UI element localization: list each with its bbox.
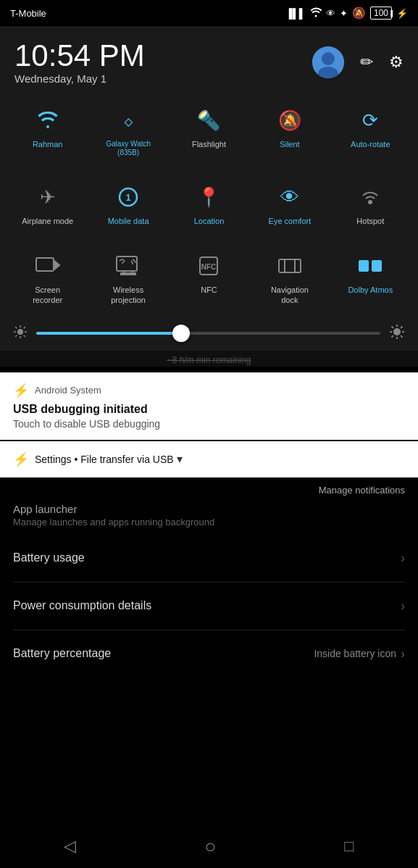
wifi-status-icon: [310, 7, 322, 20]
wifi-qs-label: Rahman: [33, 140, 63, 149]
nfc-qs-label: NFC: [201, 285, 217, 295]
qs-navdock[interactable]: Navigationdock: [249, 242, 330, 312]
manage-notifications-button[interactable]: Manage notifications: [319, 485, 405, 496]
quick-settings-row3: Screenrecorder Wirelessprojection NFC NF…: [0, 238, 418, 316]
mobiledata-qs-icon: 1: [112, 180, 145, 214]
svg-marker-7: [55, 262, 59, 269]
notif-body: Touch to disable USB debugging: [13, 418, 405, 430]
autorotate-qs-label: Auto-rotate: [351, 140, 390, 149]
svg-point-5: [369, 201, 372, 204]
hotspot-qs-label: Hotspot: [356, 217, 384, 226]
nfc-qs-icon: NFC: [192, 249, 225, 283]
svg-line-24: [24, 335, 25, 336]
app-launcher-title: App launcher: [13, 503, 405, 517]
quick-settings-row2: ✈ Airplane mode 1 Mobile data 📍 Location…: [0, 169, 418, 238]
airplane-qs-icon: ✈: [31, 180, 64, 214]
chevron-right-icon-3: ›: [401, 646, 405, 662]
qs-screenrecorder[interactable]: Screenrecorder: [7, 242, 88, 312]
battery-percentage-right: Inside battery icon ›: [314, 646, 405, 662]
notif-header: ⚡ Android System: [13, 383, 405, 398]
dolbyatmos-qs-icon: [354, 249, 387, 283]
avatar[interactable]: [312, 46, 344, 78]
chevron-down-icon: ▾: [177, 453, 183, 465]
qs-wirelessprojection[interactable]: Wirelessprojection: [88, 242, 168, 312]
bluetooth-status-icon: ✦: [340, 8, 348, 19]
brightness-thumb[interactable]: [172, 325, 190, 342]
notification-area: ⚡ Android System USB debugging initiated…: [0, 367, 418, 477]
home-button[interactable]: ○: [204, 835, 216, 858]
bluetooth-qs-icon: ⬦: [112, 104, 145, 137]
qs-flashlight[interactable]: 🔦 Flashlight: [169, 96, 249, 164]
qs-dolbyatmos[interactable]: Dolby Atmos: [330, 242, 411, 312]
qs-eyecomfort[interactable]: 👁 Eye comfort: [249, 173, 330, 233]
svg-rect-13: [279, 259, 301, 272]
usb-settings-icon: ⚡: [13, 451, 29, 467]
recents-button[interactable]: □: [344, 837, 354, 856]
svg-line-32: [392, 326, 393, 327]
qs-autorotate[interactable]: ⟳ Auto-rotate: [330, 96, 411, 164]
qs-silent[interactable]: 🔕 Silent: [249, 96, 330, 164]
svg-line-33: [401, 335, 402, 337]
current-date: Wednesday, May 1: [14, 72, 145, 85]
svg-rect-8: [117, 256, 137, 271]
settings-item-battery-percentage[interactable]: Battery percentage Inside battery icon ›: [13, 630, 405, 677]
screenrecorder-qs-icon: [31, 249, 64, 283]
qs-bluetooth[interactable]: ⬦ Galaxy Watch(835B): [88, 96, 168, 164]
qs-location[interactable]: 📍 Location: [169, 173, 249, 233]
location-qs-icon: 📍: [192, 180, 225, 214]
nav-bar: ◁ ○ □: [0, 825, 418, 868]
notif-card-usb-debug[interactable]: ⚡ Android System USB debugging initiated…: [0, 372, 418, 440]
silent-qs-label: Silent: [280, 140, 300, 149]
notif-usb-row: ⚡ Settings • File transfer via USB ▾: [13, 451, 405, 467]
flashlight-qs-icon: 🔦: [192, 104, 225, 137]
battery-usage-label: Battery usage: [13, 551, 85, 564]
settings-item-power-consumption[interactable]: Power consumption details ›: [13, 583, 405, 630]
chevron-right-icon-2: ›: [401, 598, 405, 614]
svg-text:1: 1: [125, 192, 130, 203]
wirelessprojection-qs-icon: [112, 249, 145, 283]
mobiledata-qs-label: Mobile data: [108, 217, 149, 226]
qs-hotspot[interactable]: Hotspot: [330, 173, 411, 233]
current-time: 10:54 PM: [14, 39, 145, 72]
brightness-fill: [36, 332, 181, 335]
notif-usb-text: Settings • File transfer via USB ▾: [35, 452, 183, 466]
notif-card-usb-settings[interactable]: ⚡ Settings • File transfer via USB ▾: [0, 441, 418, 477]
usb-notif-icon: ⚡: [13, 383, 29, 398]
bell-off-status-icon: 🔕: [352, 7, 366, 20]
qs-nfc[interactable]: NFC NFC: [169, 242, 249, 312]
eyecomfort-qs-icon: 👁: [273, 180, 306, 214]
edit-icon[interactable]: ✏: [360, 53, 373, 72]
signal-icon: ▐▌▌: [285, 8, 306, 19]
battery-usage-right: ›: [401, 551, 405, 566]
battery-status-icon: 100▌: [370, 7, 392, 20]
status-icons: ▐▌▌ 👁 ✦ 🔕 100▌ ⚡: [285, 7, 408, 20]
dolbyatmos-qs-label: Dolby Atmos: [348, 285, 393, 295]
qs-mobiledata[interactable]: 1 Mobile data: [88, 173, 168, 233]
qs-wifi[interactable]: Rahman: [7, 96, 88, 164]
svg-point-18: [17, 329, 23, 335]
settings-icon[interactable]: ⚙: [389, 53, 404, 72]
time-controls: ✏ ⚙: [312, 46, 404, 78]
settings-list: Battery usage › Power consumption detail…: [0, 535, 418, 677]
status-bar: T-Mobile ▐▌▌ 👁 ✦ 🔕 100▌ ⚡: [0, 0, 418, 26]
battery-percentage-label: Battery percentage: [13, 647, 111, 660]
app-launcher-item: App launcher Manage launches and apps ru…: [0, 500, 418, 535]
bluetooth-qs-label: Galaxy Watch(835B): [106, 140, 151, 157]
svg-rect-17: [372, 260, 382, 272]
time-area: 10:54 PM Wednesday, May 1 ✏ ⚙: [0, 26, 418, 92]
time-block: 10:54 PM Wednesday, May 1: [14, 39, 145, 85]
svg-line-34: [401, 326, 402, 327]
qs-airplane[interactable]: ✈ Airplane mode: [7, 173, 88, 233]
chevron-right-icon: ›: [401, 551, 405, 566]
brightness-high-icon: [389, 324, 405, 343]
battery-remaining: ~8 h/m min remaining: [0, 351, 418, 367]
notif-source: Android System: [35, 385, 101, 396]
eye-status-icon: 👁: [326, 8, 335, 19]
svg-rect-6: [36, 258, 54, 271]
back-button[interactable]: ◁: [64, 837, 76, 856]
svg-rect-16: [359, 260, 369, 272]
brightness-slider[interactable]: [36, 332, 380, 335]
svg-text:NFC: NFC: [201, 263, 217, 271]
wirelessprojection-qs-label: Wirelessprojection: [111, 285, 146, 304]
settings-item-battery-usage[interactable]: Battery usage ›: [13, 535, 405, 583]
